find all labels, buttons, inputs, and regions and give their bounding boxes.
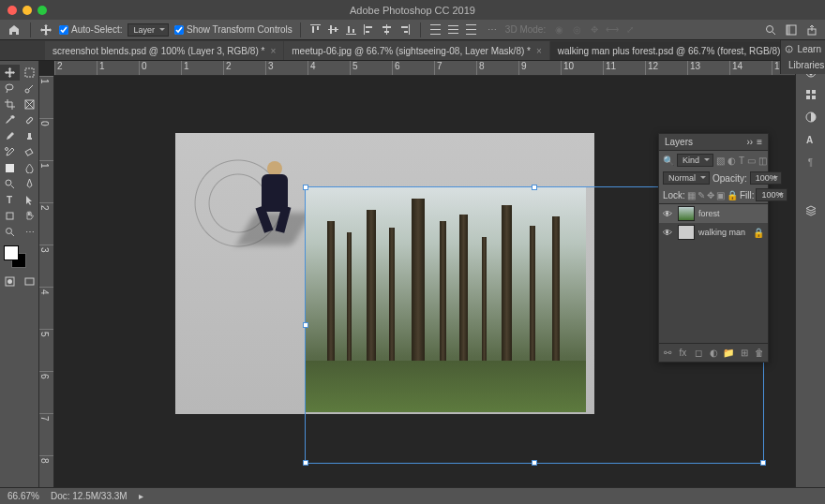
filter-smart-icon[interactable]: ◫	[758, 153, 767, 168]
3d-scale-icon[interactable]: ⤢	[622, 22, 638, 37]
delete-layer-icon[interactable]: 🗑	[754, 347, 765, 359]
edit-toolbar[interactable]: ⋯	[20, 224, 39, 240]
visibility-icon[interactable]: 👁	[663, 209, 674, 219]
layer-thumbnail[interactable]	[678, 225, 695, 240]
shape-tool[interactable]	[0, 208, 20, 224]
lock-transparent-icon[interactable]: ▦	[687, 189, 696, 200]
blend-mode-dropdown[interactable]: Normal	[663, 171, 710, 185]
align-bottom-icon[interactable]	[344, 22, 359, 37]
layer-forest[interactable]: 👁 forest	[659, 204, 768, 223]
vertical-ruler[interactable]: 10123456789	[39, 76, 54, 487]
align-hcenter-icon[interactable]	[380, 22, 395, 37]
stamp-tool[interactable]	[20, 128, 39, 144]
history-brush-tool[interactable]	[0, 144, 20, 160]
distribute-bottom-icon[interactable]	[464, 22, 479, 37]
eraser-tool[interactable]	[20, 144, 39, 160]
align-top-icon[interactable]	[308, 22, 323, 37]
panel-menu-icon[interactable]: ≡	[757, 137, 762, 147]
close-button[interactable]	[8, 6, 17, 15]
tab-walking-man[interactable]: walking man plus forest.psd @ 66.7% (for…	[550, 41, 799, 60]
layer-fx-icon[interactable]: fx	[677, 347, 688, 359]
link-layers-icon[interactable]: ⚯	[662, 347, 673, 359]
distribute-top-icon[interactable]	[428, 22, 443, 37]
zoom-level[interactable]: 66.67%	[8, 491, 39, 501]
zoom-tool[interactable]	[0, 224, 20, 240]
close-icon[interactable]: ×	[270, 46, 276, 56]
layer-filter-dropdown[interactable]: Kind	[677, 154, 713, 167]
lock-all-icon[interactable]: 🔒	[727, 189, 738, 200]
tab-meetup[interactable]: meetup-06.jpg @ 66.7% (sightseeing-08, L…	[284, 41, 549, 60]
layer-walking-man[interactable]: 👁 walking man 🔒	[659, 223, 768, 242]
share-icon[interactable]	[804, 22, 819, 37]
lock-position-icon[interactable]: ✥	[707, 189, 714, 200]
close-icon[interactable]: ×	[536, 46, 542, 56]
layer-thumbnail[interactable]	[678, 206, 695, 221]
doc-info[interactable]: Doc: 12.5M/33.3M	[51, 491, 128, 501]
type-tool[interactable]: T	[0, 192, 20, 208]
distribute-vcenter-icon[interactable]	[446, 22, 461, 37]
lock-artboard-icon[interactable]: ▣	[716, 189, 725, 200]
forest-layer[interactable]	[305, 187, 586, 412]
layers-panel-icon[interactable]	[803, 203, 818, 218]
3d-roll-icon[interactable]: ◎	[569, 22, 584, 37]
learn-panel-tab[interactable]: Learn	[785, 44, 821, 54]
move-tool[interactable]	[0, 65, 20, 81]
dodge-tool[interactable]	[0, 176, 20, 192]
3d-drag-icon[interactable]: ✥	[587, 22, 602, 37]
brush-tool[interactable]	[0, 128, 20, 144]
home-button[interactable]	[6, 22, 22, 38]
align-left-icon[interactable]	[362, 22, 377, 37]
auto-select-checkbox[interactable]: Auto-Select:	[59, 24, 122, 35]
maximize-button[interactable]	[38, 6, 47, 15]
layers-panel-header[interactable]: Layers ››≡	[659, 134, 768, 151]
align-right-icon[interactable]	[398, 22, 412, 37]
show-transform-checkbox[interactable]: Show Transform Controls	[174, 24, 292, 35]
lasso-tool[interactable]	[0, 81, 20, 96]
foreground-color[interactable]	[4, 245, 19, 260]
hand-tool[interactable]	[20, 208, 39, 224]
filter-shape-icon[interactable]: ▭	[747, 153, 756, 168]
path-select-tool[interactable]	[20, 192, 39, 208]
adjustment-layer-icon[interactable]: ◐	[708, 347, 719, 359]
paragraph-panel-icon[interactable]: ¶	[803, 155, 818, 170]
healing-tool[interactable]	[20, 112, 39, 128]
visibility-icon[interactable]: 👁	[663, 228, 674, 238]
layer-mask-icon[interactable]: ◻	[693, 347, 704, 359]
more-options-icon[interactable]: ⋯	[485, 22, 500, 37]
filter-pixel-icon[interactable]: ▧	[716, 153, 725, 168]
crop-tool[interactable]	[0, 96, 20, 112]
screen-mode-tool[interactable]	[20, 274, 39, 289]
blur-tool[interactable]	[20, 160, 39, 176]
opacity-input[interactable]: 100%	[750, 171, 782, 185]
document-canvas[interactable]	[175, 133, 594, 414]
swatches-panel-icon[interactable]	[803, 87, 818, 102]
character-panel-icon[interactable]: A	[803, 132, 818, 147]
libraries-panel-tab[interactable]: Libraries	[785, 60, 821, 70]
marquee-tool[interactable]	[20, 65, 39, 81]
workspace-icon[interactable]	[784, 22, 799, 37]
new-layer-icon[interactable]: ⊞	[738, 347, 749, 359]
gradient-tool[interactable]	[0, 160, 20, 176]
collapse-icon[interactable]: ››	[746, 137, 753, 147]
eyedropper-tool[interactable]	[0, 112, 20, 128]
quick-select-tool[interactable]	[20, 81, 39, 96]
pen-tool[interactable]	[20, 176, 39, 192]
lock-image-icon[interactable]: ✎	[698, 189, 705, 200]
minimize-button[interactable]	[22, 6, 32, 15]
fill-input[interactable]: 100%	[756, 188, 788, 201]
auto-select-dropdown[interactable]: Layer	[128, 23, 169, 37]
tab-screenshot-blends[interactable]: screenshot blends.psd @ 100% (Layer 3, R…	[45, 41, 283, 60]
3d-slide-icon[interactable]: ⟷	[605, 22, 620, 37]
align-vcenter-icon[interactable]	[326, 22, 341, 37]
filter-adjust-icon[interactable]: ◐	[728, 153, 736, 168]
filter-type-icon[interactable]: T	[739, 153, 744, 168]
search-icon[interactable]	[763, 22, 778, 37]
frame-tool[interactable]	[20, 96, 39, 112]
horizontal-ruler[interactable]: 21012345678910111213141516	[54, 61, 795, 76]
color-swatch[interactable]	[4, 245, 26, 268]
3d-rotate-icon[interactable]: ◉	[551, 22, 566, 37]
status-chevron-icon[interactable]: ▸	[139, 491, 143, 501]
layer-group-icon[interactable]: 📁	[723, 347, 734, 359]
quick-mask-tool[interactable]	[0, 274, 20, 289]
adjustments-panel-icon[interactable]	[803, 110, 818, 125]
